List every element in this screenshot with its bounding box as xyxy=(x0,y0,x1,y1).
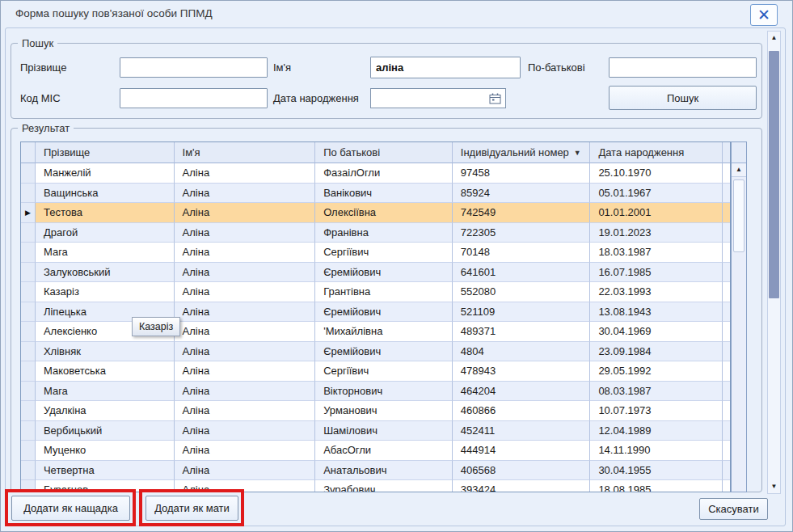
cell-name[interactable]: Аліна xyxy=(175,421,316,441)
cell-birth_date[interactable]: 25.10.1970 xyxy=(590,163,723,184)
cell-birth_date[interactable]: 23.09.1984 xyxy=(590,342,723,362)
cell-name[interactable]: Аліна xyxy=(175,401,316,421)
close-button[interactable]: ✕ xyxy=(750,4,778,26)
row-indicator-cell[interactable] xyxy=(21,263,36,283)
table-scrollbar[interactable]: ▲ xyxy=(731,141,747,492)
row-indicator-cell[interactable] xyxy=(21,243,36,263)
cell-patronymic[interactable]: Анатальович xyxy=(315,461,453,481)
dialog-scrollbar-thumb[interactable] xyxy=(769,51,779,298)
cell-number[interactable]: 85924 xyxy=(453,184,591,204)
cell-surname[interactable]: Мага xyxy=(36,382,175,402)
row-indicator-cell[interactable] xyxy=(21,223,36,243)
table-row[interactable]: ХлівнякАлінаЄремійович480423.09.1984 xyxy=(21,342,730,362)
cell-patronymic[interactable]: Грантівна xyxy=(315,282,453,302)
calendar-icon[interactable] xyxy=(489,93,501,108)
row-indicator-cell[interactable] xyxy=(21,421,36,441)
cell-patronymic[interactable]: Сергіївич xyxy=(315,243,453,263)
row-indicator-cell[interactable] xyxy=(21,480,36,492)
cell-birth_date[interactable]: 14.11.1990 xyxy=(590,441,723,461)
table-row[interactable]: УдалкінаАлінаУрманович46086610.07.1973 xyxy=(21,401,730,421)
table-row[interactable]: ЛіпецькаАлінаЄремійович52110913.08.1943 xyxy=(21,302,730,323)
cell-number[interactable]: 406568 xyxy=(453,461,591,481)
cell-patronymic[interactable]: Франівна xyxy=(315,223,453,243)
cell-surname[interactable]: Маковетська xyxy=(36,361,175,382)
row-indicator-cell[interactable] xyxy=(21,382,36,402)
cell-birth_date[interactable]: 30.04.1969 xyxy=(590,322,723,342)
cell-name[interactable]: Аліна xyxy=(175,282,316,302)
cell-number[interactable]: 552080 xyxy=(453,282,591,302)
cell-birth_date[interactable]: 18.03.1987 xyxy=(590,243,723,263)
table-row[interactable]: МагаАлінаСергіївич7014818.03.1987 xyxy=(21,243,730,263)
cell-surname[interactable]: Ващинська xyxy=(36,184,175,204)
cell-patronymic[interactable]: 'Михайлівна xyxy=(315,322,453,342)
cell-name[interactable]: Аліна xyxy=(175,302,316,323)
dialog-scroll-up-icon[interactable]: ▲ xyxy=(768,32,780,44)
cell-name[interactable]: Аліна xyxy=(175,263,316,283)
cell-name[interactable]: Аліна xyxy=(175,163,316,184)
table-row[interactable]: ЧетвертнаАлінаАнатальович40656830.04.195… xyxy=(21,461,730,481)
row-indicator-cell[interactable] xyxy=(21,361,36,382)
cell-surname[interactable]: Тестова xyxy=(36,203,175,223)
table-row[interactable]: ВербицькийАлінаШамілович45241112.04.1989 xyxy=(21,421,730,441)
cell-name[interactable]: Аліна xyxy=(175,361,316,382)
table-row[interactable]: АлексіенкоАліна'Михайлівна48937130.04.19… xyxy=(21,322,730,342)
header-individual-number[interactable]: Індивідуальний номер▼ xyxy=(453,142,591,163)
header-birth-date[interactable]: Дата народження xyxy=(590,142,723,163)
table-scrollbar-thumb[interactable] xyxy=(733,179,744,252)
cell-surname[interactable]: Бурагнов xyxy=(36,480,175,492)
cell-birth_date[interactable]: 19.01.2023 xyxy=(590,223,723,243)
table-row[interactable]: МаковетськаАлінаСергіївич47894329.05.199… xyxy=(21,361,730,382)
surname-input[interactable] xyxy=(120,57,268,78)
row-indicator-cell[interactable] xyxy=(21,441,36,461)
row-indicator-cell[interactable] xyxy=(21,461,36,481)
cell-number[interactable]: 464204 xyxy=(453,382,591,402)
table-row[interactable]: МагаАлінаВікторнович46420408.03.1987 xyxy=(21,382,730,402)
table-row[interactable]: ЗалуковськийАлінаЄремійович64160116.07.1… xyxy=(21,263,730,283)
table-row[interactable]: БурагновАлінаЗурабович39342418.08.1985 xyxy=(21,480,730,492)
table-row[interactable]: ▶ТестоваАлінаОлексіївна74254901.01.2001 xyxy=(21,203,730,223)
current-row-marker-icon[interactable]: ▶ xyxy=(21,203,36,223)
cell-patronymic[interactable]: Вікторнович xyxy=(315,382,453,402)
cell-birth_date[interactable]: 29.05.1992 xyxy=(590,361,723,382)
cell-birth_date[interactable]: 01.01.2001 xyxy=(590,203,723,223)
cell-surname[interactable]: Драгой xyxy=(36,223,175,243)
cell-patronymic[interactable]: Єремійович xyxy=(315,342,453,362)
cell-birth_date[interactable]: 12.04.1989 xyxy=(590,421,723,441)
cell-patronymic[interactable]: Зурабович xyxy=(315,480,453,492)
row-indicator-cell[interactable] xyxy=(21,322,36,342)
cell-number[interactable]: 97458 xyxy=(453,163,591,184)
header-surname[interactable]: Прізвище xyxy=(36,142,175,163)
cell-number[interactable]: 444914 xyxy=(453,441,591,461)
cell-number[interactable]: 452411 xyxy=(453,421,591,441)
cell-name[interactable]: Аліна xyxy=(175,441,316,461)
cell-surname[interactable]: Казаріз xyxy=(36,282,175,302)
cell-surname[interactable]: Вербицький xyxy=(36,421,175,441)
row-indicator-cell[interactable] xyxy=(21,302,36,323)
cell-number[interactable]: 478943 xyxy=(453,361,591,382)
cell-patronymic[interactable]: Сергіївич xyxy=(315,361,453,382)
add-as-mother-button[interactable]: Додати як мати xyxy=(146,496,238,521)
mis-code-input[interactable] xyxy=(120,88,268,108)
birthdate-input[interactable] xyxy=(370,88,506,108)
search-button[interactable]: Пошук xyxy=(609,86,757,110)
row-indicator-cell[interactable] xyxy=(21,163,36,184)
dialog-scroll-down-icon[interactable]: ▼ xyxy=(768,480,780,493)
cell-surname[interactable]: Залуковський xyxy=(36,263,175,283)
cell-name[interactable]: Аліна xyxy=(175,382,316,402)
row-indicator-cell[interactable] xyxy=(21,342,36,362)
cell-name[interactable]: Аліна xyxy=(175,203,316,223)
cell-number[interactable]: 4804 xyxy=(453,342,591,362)
header-patronymic[interactable]: По батькові xyxy=(315,142,453,163)
cell-surname[interactable]: Манжелій xyxy=(36,163,175,184)
row-indicator-cell[interactable] xyxy=(21,184,36,204)
cell-name[interactable]: Аліна xyxy=(175,461,316,481)
cell-patronymic[interactable]: ФазаілОгли xyxy=(315,163,453,184)
cancel-button[interactable]: Скасувати xyxy=(699,498,768,520)
cell-number[interactable]: 722305 xyxy=(453,223,591,243)
cell-number[interactable]: 521109 xyxy=(453,302,591,323)
cell-birth_date[interactable]: 10.07.1973 xyxy=(590,401,723,421)
cell-surname[interactable]: Мага xyxy=(36,243,175,263)
cell-surname[interactable]: Четвертна xyxy=(36,461,175,481)
cell-patronymic[interactable]: Єремійович xyxy=(315,302,453,323)
table-row[interactable]: МанжелійАлінаФазаілОгли9745825.10.1970 xyxy=(21,163,730,184)
